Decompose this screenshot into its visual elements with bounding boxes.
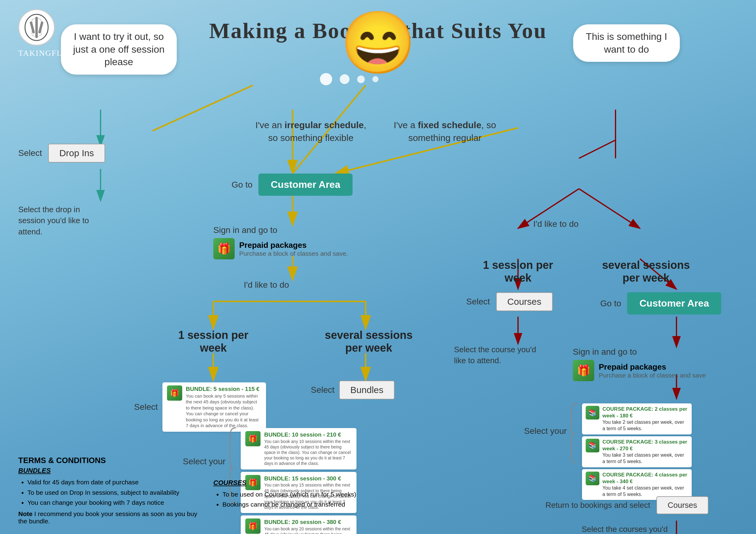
svg-line-14 [152,85,253,131]
sign-in-prepaid-row: Sign in and go to 🎁 Prepaid packages Pur… [213,225,348,259]
cloud-left: I want to try it out, so just a one off … [61,24,177,75]
terms-item-2: To be used on Drop In sessions, subject … [27,487,201,498]
brace-right [570,402,579,463]
go-to-label: Go to [231,180,252,190]
select-courses-row: Select Courses [466,292,553,311]
id-like-to-do-right-label: I'd like to do [533,219,579,229]
select-your-packages-row: Select your 📚 COURSE PACKAGE: 2 classes … [524,402,692,501]
drop-ins-instruction: Select the drop in session you'd like to… [18,204,104,237]
course-pkg-2-item: 📚 COURSE PACKAGE: 2 classes per week - 1… [582,403,692,434]
prepaid-subtitle: Purchase a block of classes and save. [239,250,348,257]
cloud-right: This is something I want to do [573,24,680,62]
prepaid-title-2: Prepaid packages [599,362,666,371]
courses-item-1: To be used on Courses (which run for 5 w… [223,489,366,499]
course-pkg-4-icon: 📚 [586,471,599,485]
select-bundle-row: Select 🎁 BUNDLE: 5 session - 115 € You c… [134,381,266,434]
courses-terms-list: To be used on Courses (which run for 5 w… [223,489,366,510]
sign-in-prepaid-2-row: Sign in and go to 🎁 Prepaid packages Pur… [573,347,706,381]
prepaid-icon: 🎁 [213,238,235,259]
select-bundles-row: Select Bundles [311,381,394,399]
terms-heading: TERMS & CONDITIONS [18,456,201,465]
cloud-dot-4 [372,76,378,82]
bundle-10-icon: 🎁 [245,431,260,446]
terms-item-1: Valid for 45 days from date of purchase [27,477,201,487]
one-session-right-label: 1 session per week [475,259,561,284]
bundle-10-item: 🎁 BUNDLE: 10 session - 210 € You can boo… [241,428,357,470]
course-pkg-3-item: 📚 COURSE PACKAGE: 3 classes per week - 2… [582,436,692,467]
terms-item-3: You can change your booking with 7 days … [27,497,201,508]
courses-button-2[interactable]: Courses [656,496,709,514]
course-pkg-3-icon: 📚 [586,439,599,452]
courses-terms-section: COURSES To be used on Courses (which run… [213,479,366,510]
course-pkg-2-icon: 📚 [586,406,599,420]
bundle-5-icon: 🎁 [167,385,182,401]
irregular-schedule-label: I've an irregular schedule, so something… [250,119,372,144]
cloud-dot-3 [357,75,365,83]
fixed-schedule-label: I've a fixed schedule, so something regu… [387,119,503,144]
prepaid-title: Prepaid packages [239,241,307,250]
select-courses-instruction: Select the courses you'd like to attend. [579,524,670,534]
courses-button[interactable]: Courses [496,292,553,311]
select-label: Select [18,148,42,158]
id-like-to-do-label: I'd like to do [244,280,289,290]
terms-note-text: I recommend you book your sessions as so… [18,510,197,524]
sign-in-label: Sign in and go to [213,225,277,235]
customer-area-button-2[interactable]: Customer Area [627,292,721,315]
go-to-customer-area-row: Go to Customer Area [231,173,353,196]
terms-section: TERMS & CONDITIONS BUNDLES Valid for 45 … [18,456,201,525]
customer-area-button[interactable]: Customer Area [258,173,352,196]
several-sessions-label: several sessions per week [320,329,418,354]
bundle-5-title: BUNDLE: 5 session - 115 € [186,386,259,392]
svg-line-21 [579,189,640,228]
svg-line-16 [579,140,615,158]
bundle-20-icon: 🎁 [245,519,260,534]
bundle-5-desc: You can book any 5 sessions within the n… [186,393,261,429]
select-course-instruction: Select the course you'd like to attend. [454,344,539,366]
several-sessions-right-label: several sessions per week [594,259,698,284]
one-session-label: 1 session per week [171,329,256,354]
smiley-emoji: 😄 [340,12,416,73]
terms-note: Note I recommend you book your sessions … [18,510,201,525]
select-dropins-row: Select Drop Ins [18,144,105,163]
cloud-dot-1 [320,73,332,85]
courses-item-2: Bookings cannot be changed or transferre… [223,499,366,510]
prepaid-subtitle-2: Purchase a block of classes and save [599,372,706,379]
course-pkg-4-item: 📚 COURSE PACKAGE: 4 classes per week - 3… [582,469,692,500]
go-to-customer-area-2-row: Go to Customer Area [600,292,721,315]
cloud-dot-2 [340,74,349,84]
prepaid-icon-2: 🎁 [573,360,594,381]
drop-ins-button[interactable]: Drop Ins [48,144,105,163]
bundle-20-item: 🎁 BUNDLE: 20 session - 380 € You can boo… [241,516,357,534]
return-to-bookings-row: Return to bookings and select Courses [546,496,709,514]
bundles-button[interactable]: Bundles [339,381,394,399]
courses-heading: COURSES [213,479,366,487]
bundles-heading: BUNDLES [18,467,201,475]
bundles-terms-list: Valid for 45 days from date of purchase … [27,477,201,508]
